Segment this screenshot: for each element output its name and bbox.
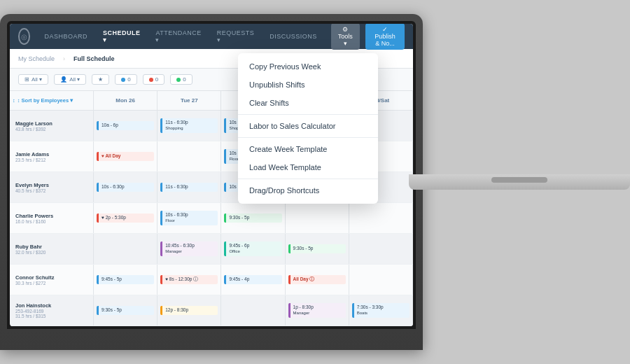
shift-cell[interactable]: 1p - 8:30pManager <box>286 295 349 326</box>
employee-cell: Maggie Larson 43.8 hrs / $392 <box>10 111 94 141</box>
nav-schedule[interactable]: SCHEDULE ▾ <box>100 28 144 45</box>
shift-block[interactable]: 11s - 6:30pShopping <box>160 118 218 133</box>
shift-block[interactable]: 10a - 6p <box>97 121 154 130</box>
filter-all-button[interactable]: ⊞ All ▾ <box>18 74 48 85</box>
table-row: Ruby Bahr 32.0 hrs / $320 10:45s - 6:30p… <box>10 234 413 265</box>
emp-details: 253-492-816931.5 hrs / $315 <box>15 309 88 318</box>
nav-requests[interactable]: REQUESTS ▾ <box>214 28 258 45</box>
shift-cell[interactable]: 10s - 6:30p <box>94 172 158 202</box>
filter-count3-button[interactable]: 0 <box>170 74 192 85</box>
people-icon: 👤 <box>60 76 67 83</box>
shift-block[interactable]: 10:45s - 6:30pManager <box>160 241 218 256</box>
employee-cell: Jamie Adams 23.5 hrs / $212 <box>10 141 94 172</box>
shift-cell[interactable] <box>349 265 413 295</box>
sort-label: ↕ Sort by Employees ▾ <box>18 97 73 104</box>
header-tue: Tue 27 <box>158 91 221 110</box>
shift-cell[interactable] <box>94 234 158 264</box>
shift-cell[interactable]: ♥ 8s - 12:30p ⓘ <box>158 265 221 295</box>
employee-cell: Evelyn Myers 40.5 hrs / $372 <box>10 172 94 202</box>
dropdown-divider-2 <box>238 137 378 138</box>
shift-cell[interactable]: 9:30s - 5p <box>221 203 285 233</box>
dropdown-unpublish[interactable]: Unpublish Shifts <box>238 76 378 94</box>
shift-cell[interactable]: All Day ⓘ <box>286 265 349 295</box>
subnav-my-schedule[interactable]: My Schedule <box>18 55 55 62</box>
nav-attendance[interactable]: ATTENDANCE ▾ <box>153 28 204 45</box>
filter-employees-button[interactable]: 👤 All ▾ <box>54 74 86 85</box>
dot-blue <box>121 78 125 82</box>
shift-cell[interactable]: 10:45s - 6:30pManager <box>158 234 221 264</box>
emp-name: Evelyn Myers <box>15 182 88 188</box>
dropdown-clear-shifts[interactable]: Clear Shifts <box>238 94 378 112</box>
shift-cell[interactable]: ♥ All Day <box>94 141 158 172</box>
shift-block[interactable]: 9:30s - 5p <box>97 306 154 314</box>
emp-details: 23.5 hrs / $212 <box>15 158 88 162</box>
dropdown-load-template[interactable]: Load Week Template <box>238 158 378 176</box>
filter-positions-button[interactable]: ★ <box>92 74 109 85</box>
count2-label: 0 <box>155 76 158 83</box>
shift-cell[interactable]: 9:45s - 6pOffice <box>221 234 285 264</box>
filter-icon: ⊞ <box>24 76 29 83</box>
shift-cell[interactable]: 9:45s - 4p <box>221 265 285 295</box>
laptop-base <box>409 174 630 190</box>
shift-cell[interactable] <box>221 295 285 326</box>
shift-cell[interactable] <box>286 203 349 233</box>
employee-cell: Jon Hainstock 253-492-816931.5 hrs / $31… <box>10 295 94 326</box>
shift-cell[interactable]: ♥ 2p - 5:30p <box>94 203 158 233</box>
publish-button[interactable]: ✓ Publish & No... <box>365 24 405 50</box>
shift-cell[interactable]: 9:30s - 5p <box>94 295 158 326</box>
sort-col-header[interactable]: ↕ ↕ Sort by Employees ▾ <box>10 91 94 110</box>
shift-cell[interactable]: 9:45s - 5p <box>94 265 158 295</box>
subnav-full-schedule[interactable]: Full Schedule <box>74 55 115 62</box>
shift-cell[interactable]: 11s - 6:30p <box>158 172 221 202</box>
emp-details: 30.3 hrs / $272 <box>15 281 88 286</box>
shift-block[interactable]: ♥ 2p - 5:30p <box>97 214 154 222</box>
shift-block[interactable]: 12p - 8:30p <box>160 306 218 314</box>
dot-green <box>176 78 181 82</box>
shift-block[interactable]: 9:30s - 5p <box>224 214 281 222</box>
shift-cell[interactable]: 10s - 6:30pFloor <box>158 203 221 233</box>
shift-block[interactable]: 7:30s - 3:30pBoats <box>352 303 410 318</box>
nav-dashboard[interactable]: DASHBOARD <box>41 31 90 41</box>
star-icon: ★ <box>98 76 103 83</box>
shift-cell[interactable] <box>349 234 413 264</box>
dropdown-shortcuts[interactable]: Drag/Drop Shortcuts <box>238 181 378 200</box>
shift-block[interactable]: All Day ⓘ <box>288 275 346 284</box>
nav-items: DASHBOARD SCHEDULE ▾ ATTENDANCE ▾ REQUES… <box>41 28 319 45</box>
shift-block[interactable]: 9:45s - 4p <box>224 275 281 284</box>
shift-block[interactable]: 1p - 8:30pManager <box>288 303 346 318</box>
count3-label: 0 <box>183 76 186 83</box>
shift-block[interactable]: 9:45s - 5p <box>97 275 154 284</box>
shift-cell[interactable]: 11s - 6:30pShopping <box>158 111 221 141</box>
shift-block[interactable]: ♥ 8s - 12:30p ⓘ <box>160 275 218 284</box>
filter-all-label: All ▾ <box>31 76 42 83</box>
app-nav: ◎ DASHBOARD SCHEDULE ▾ ATTENDANCE ▾ REQU… <box>10 24 413 49</box>
employee-cell: Charlie Powers 16.0 hrs / $160 <box>10 203 94 233</box>
filter-employees-label: All ▾ <box>69 76 80 83</box>
dropdown-copy-week[interactable]: Copy Previous Week <box>238 57 378 76</box>
emp-details: 40.5 hrs / $372 <box>15 188 88 193</box>
nav-discussions[interactable]: DISCUSSIONS <box>267 31 320 41</box>
screen-bezel: ◎ DASHBOARD SCHEDULE ▾ ATTENDANCE ▾ REQU… <box>7 21 416 329</box>
shift-cell[interactable] <box>349 203 413 233</box>
shift-cell[interactable] <box>158 141 221 172</box>
dropdown-menu: Copy Previous Week Unpublish Shifts Clea… <box>238 53 378 204</box>
shift-cell[interactable]: 10a - 6p <box>94 111 158 141</box>
shift-block[interactable]: 10s - 6:30pFloor <box>160 211 218 225</box>
dropdown-labor-calculator[interactable]: Labor to Sales Calculator <box>238 117 378 135</box>
shift-block[interactable]: 10s - 6:30p <box>97 183 154 191</box>
dropdown-create-template[interactable]: Create Week Template <box>238 140 378 158</box>
nav-logo: ◎ <box>18 28 30 45</box>
shift-block[interactable]: ♥ All Day <box>97 152 154 160</box>
shift-block[interactable]: 9:45s - 6pOffice <box>224 241 281 256</box>
tools-button[interactable]: ⚙ Tools ▾ <box>331 24 360 50</box>
emp-details: 43.8 hrs / $392 <box>15 127 88 132</box>
shift-block[interactable]: 11s - 6:30p <box>160 183 218 191</box>
shift-block[interactable]: 9:30s - 5p <box>288 244 346 253</box>
laptop-outer: ◎ DASHBOARD SCHEDULE ▾ ATTENDANCE ▾ REQU… <box>0 14 423 350</box>
shift-cell[interactable]: 7:30s - 3:30pBoats <box>349 295 413 326</box>
shift-cell[interactable]: 12p - 8:30p <box>158 295 221 326</box>
filter-count1-button[interactable]: 0 <box>115 74 136 85</box>
filter-count2-button[interactable]: 0 <box>143 74 164 85</box>
shift-cell[interactable]: 9:30s - 5p <box>286 234 349 264</box>
count1-label: 0 <box>127 76 130 83</box>
